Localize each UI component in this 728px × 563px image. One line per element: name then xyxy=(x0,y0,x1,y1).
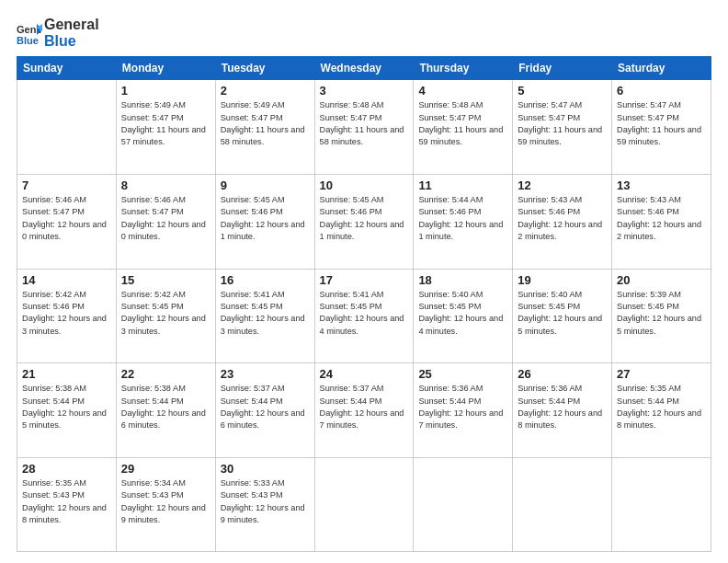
day-info: Sunrise: 5:45 AM Sunset: 5:46 PM Dayligh… xyxy=(221,194,310,243)
calendar-cell: 15Sunrise: 5:42 AM Sunset: 5:45 PM Dayli… xyxy=(116,269,215,363)
calendar-cell: 18Sunrise: 5:40 AM Sunset: 5:45 PM Dayli… xyxy=(414,269,513,363)
day-number: 17 xyxy=(320,273,409,287)
day-number: 30 xyxy=(221,462,310,476)
calendar-week-row: 7Sunrise: 5:46 AM Sunset: 5:47 PM Daylig… xyxy=(17,174,711,269)
day-info: Sunrise: 5:44 AM Sunset: 5:46 PM Dayligh… xyxy=(418,194,507,243)
day-number: 14 xyxy=(22,273,111,287)
header: General Blue General Blue xyxy=(17,17,711,49)
calendar-cell: 26Sunrise: 5:36 AM Sunset: 5:44 PM Dayli… xyxy=(513,363,612,458)
day-info: Sunrise: 5:37 AM Sunset: 5:44 PM Dayligh… xyxy=(320,383,409,431)
day-number: 4 xyxy=(418,84,507,98)
day-info: Sunrise: 5:48 AM Sunset: 5:47 PM Dayligh… xyxy=(418,99,507,148)
calendar-cell: 19Sunrise: 5:40 AM Sunset: 5:45 PM Dayli… xyxy=(513,269,612,363)
calendar-cell: 29Sunrise: 5:34 AM Sunset: 5:43 PM Dayli… xyxy=(116,458,215,552)
day-number: 18 xyxy=(418,273,507,287)
day-number: 19 xyxy=(518,273,607,287)
day-number: 3 xyxy=(320,84,409,98)
weekday-header: Sunday xyxy=(17,57,117,80)
calendar-cell: 11Sunrise: 5:44 AM Sunset: 5:46 PM Dayli… xyxy=(414,174,513,269)
calendar-cell xyxy=(314,458,414,552)
calendar-cell: 9Sunrise: 5:45 AM Sunset: 5:46 PM Daylig… xyxy=(215,174,314,269)
day-info: Sunrise: 5:35 AM Sunset: 5:44 PM Dayligh… xyxy=(617,383,706,431)
day-info: Sunrise: 5:46 AM Sunset: 5:47 PM Dayligh… xyxy=(121,194,210,243)
day-info: Sunrise: 5:49 AM Sunset: 5:47 PM Dayligh… xyxy=(221,99,310,148)
calendar-cell: 21Sunrise: 5:38 AM Sunset: 5:44 PM Dayli… xyxy=(17,363,117,458)
day-number: 12 xyxy=(518,178,607,192)
weekday-header: Monday xyxy=(116,57,215,80)
calendar-cell: 17Sunrise: 5:41 AM Sunset: 5:45 PM Dayli… xyxy=(314,269,414,363)
day-number: 11 xyxy=(418,178,507,192)
calendar-cell: 28Sunrise: 5:35 AM Sunset: 5:43 PM Dayli… xyxy=(17,458,117,552)
day-info: Sunrise: 5:35 AM Sunset: 5:43 PM Dayligh… xyxy=(22,477,111,526)
day-info: Sunrise: 5:38 AM Sunset: 5:44 PM Dayligh… xyxy=(121,383,210,431)
day-info: Sunrise: 5:33 AM Sunset: 5:43 PM Dayligh… xyxy=(221,477,310,526)
calendar-cell: 10Sunrise: 5:45 AM Sunset: 5:46 PM Dayli… xyxy=(314,174,414,269)
calendar-cell: 20Sunrise: 5:39 AM Sunset: 5:45 PM Dayli… xyxy=(612,269,711,363)
calendar-cell: 25Sunrise: 5:36 AM Sunset: 5:44 PM Dayli… xyxy=(414,363,513,458)
calendar-cell: 13Sunrise: 5:43 AM Sunset: 5:46 PM Dayli… xyxy=(612,174,711,269)
logo-general-text: General xyxy=(44,17,99,33)
day-number: 6 xyxy=(617,84,706,98)
calendar-week-row: 14Sunrise: 5:42 AM Sunset: 5:46 PM Dayli… xyxy=(17,269,711,363)
day-number: 27 xyxy=(617,367,706,381)
calendar-week-row: 21Sunrise: 5:38 AM Sunset: 5:44 PM Dayli… xyxy=(17,363,711,458)
day-info: Sunrise: 5:46 AM Sunset: 5:47 PM Dayligh… xyxy=(22,194,111,243)
calendar-cell: 2Sunrise: 5:49 AM Sunset: 5:47 PM Daylig… xyxy=(215,80,314,175)
day-info: Sunrise: 5:36 AM Sunset: 5:44 PM Dayligh… xyxy=(418,383,507,431)
calendar-cell xyxy=(414,458,513,552)
day-number: 5 xyxy=(518,84,607,98)
day-number: 24 xyxy=(320,367,409,381)
day-number: 10 xyxy=(320,178,409,192)
day-number: 20 xyxy=(617,273,706,287)
day-number: 21 xyxy=(22,367,111,381)
calendar-week-row: 1Sunrise: 5:49 AM Sunset: 5:47 PM Daylig… xyxy=(17,80,711,175)
day-info: Sunrise: 5:47 AM Sunset: 5:47 PM Dayligh… xyxy=(518,99,607,148)
day-info: Sunrise: 5:41 AM Sunset: 5:45 PM Dayligh… xyxy=(320,289,409,338)
day-number: 22 xyxy=(121,367,210,381)
day-number: 2 xyxy=(221,84,310,98)
day-number: 8 xyxy=(121,178,210,192)
day-number: 15 xyxy=(121,273,210,287)
calendar-cell: 16Sunrise: 5:41 AM Sunset: 5:45 PM Dayli… xyxy=(215,269,314,363)
logo-blue-text: Blue xyxy=(44,33,99,50)
calendar-header-row: SundayMondayTuesdayWednesdayThursdayFrid… xyxy=(17,57,711,80)
day-info: Sunrise: 5:42 AM Sunset: 5:45 PM Dayligh… xyxy=(121,289,210,338)
day-info: Sunrise: 5:43 AM Sunset: 5:46 PM Dayligh… xyxy=(518,194,607,243)
day-info: Sunrise: 5:45 AM Sunset: 5:46 PM Dayligh… xyxy=(320,194,409,243)
day-number: 7 xyxy=(22,178,111,192)
calendar-cell: 6Sunrise: 5:47 AM Sunset: 5:47 PM Daylig… xyxy=(612,80,711,175)
svg-text:Blue: Blue xyxy=(17,35,39,46)
day-info: Sunrise: 5:36 AM Sunset: 5:44 PM Dayligh… xyxy=(518,383,607,431)
calendar-cell: 24Sunrise: 5:37 AM Sunset: 5:44 PM Dayli… xyxy=(314,363,414,458)
day-info: Sunrise: 5:34 AM Sunset: 5:43 PM Dayligh… xyxy=(121,477,210,526)
day-number: 26 xyxy=(518,367,607,381)
calendar-cell: 3Sunrise: 5:48 AM Sunset: 5:47 PM Daylig… xyxy=(314,80,414,175)
day-info: Sunrise: 5:40 AM Sunset: 5:45 PM Dayligh… xyxy=(418,289,507,338)
day-number: 16 xyxy=(221,273,310,287)
calendar-week-row: 28Sunrise: 5:35 AM Sunset: 5:43 PM Dayli… xyxy=(17,458,711,552)
calendar-cell xyxy=(513,458,612,552)
day-info: Sunrise: 5:43 AM Sunset: 5:46 PM Dayligh… xyxy=(617,194,706,243)
day-info: Sunrise: 5:37 AM Sunset: 5:44 PM Dayligh… xyxy=(221,383,310,431)
calendar-table: SundayMondayTuesdayWednesdayThursdayFrid… xyxy=(17,56,711,552)
day-number: 9 xyxy=(221,178,310,192)
calendar-cell: 27Sunrise: 5:35 AM Sunset: 5:44 PM Dayli… xyxy=(612,363,711,458)
calendar-cell: 7Sunrise: 5:46 AM Sunset: 5:47 PM Daylig… xyxy=(17,174,117,269)
calendar-cell: 30Sunrise: 5:33 AM Sunset: 5:43 PM Dayli… xyxy=(215,458,314,552)
day-number: 25 xyxy=(418,367,507,381)
day-info: Sunrise: 5:38 AM Sunset: 5:44 PM Dayligh… xyxy=(22,383,111,431)
weekday-header: Thursday xyxy=(414,57,513,80)
weekday-header: Wednesday xyxy=(314,57,414,80)
calendar-cell: 14Sunrise: 5:42 AM Sunset: 5:46 PM Dayli… xyxy=(17,269,117,363)
day-number: 29 xyxy=(121,462,210,476)
day-number: 1 xyxy=(121,84,210,98)
calendar-cell: 22Sunrise: 5:38 AM Sunset: 5:44 PM Dayli… xyxy=(116,363,215,458)
calendar-cell xyxy=(612,458,711,552)
logo-icon: General Blue xyxy=(17,20,42,46)
calendar-cell: 23Sunrise: 5:37 AM Sunset: 5:44 PM Dayli… xyxy=(215,363,314,458)
day-info: Sunrise: 5:48 AM Sunset: 5:47 PM Dayligh… xyxy=(320,99,409,148)
day-info: Sunrise: 5:40 AM Sunset: 5:45 PM Dayligh… xyxy=(518,289,607,338)
weekday-header: Friday xyxy=(513,57,612,80)
calendar-cell: 8Sunrise: 5:46 AM Sunset: 5:47 PM Daylig… xyxy=(116,174,215,269)
weekday-header: Saturday xyxy=(612,57,711,80)
